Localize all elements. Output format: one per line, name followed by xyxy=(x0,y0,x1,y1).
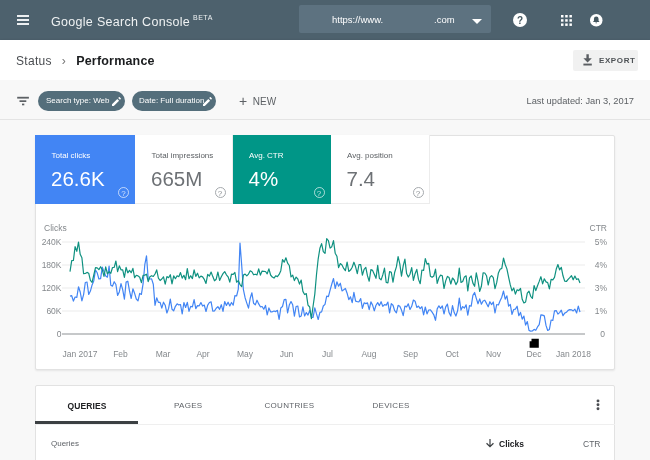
svg-text:Jun: Jun xyxy=(280,349,294,359)
svg-text:3%: 3% xyxy=(595,283,608,293)
svg-text:4%: 4% xyxy=(595,260,608,270)
svg-text:May: May xyxy=(237,349,254,359)
svg-text:Aug: Aug xyxy=(361,349,376,359)
svg-text:Jul: Jul xyxy=(322,349,333,359)
svg-text:CTR: CTR xyxy=(590,223,607,233)
svg-text:60K: 60K xyxy=(46,306,61,316)
svg-text:Clicks: Clicks xyxy=(44,223,67,233)
svg-text:Mar: Mar xyxy=(156,349,171,359)
svg-text:Oct: Oct xyxy=(445,349,459,359)
svg-text:5%: 5% xyxy=(595,237,608,247)
svg-text:Sep: Sep xyxy=(403,349,418,359)
svg-text:120K: 120K xyxy=(42,283,62,293)
svg-text:240K: 240K xyxy=(42,237,62,247)
svg-text:1%: 1% xyxy=(595,306,608,316)
svg-text:Feb: Feb xyxy=(113,349,128,359)
svg-text:Jan 2017: Jan 2017 xyxy=(63,349,98,359)
svg-text:0: 0 xyxy=(57,329,62,339)
svg-text:180K: 180K xyxy=(42,260,62,270)
svg-text:Dec: Dec xyxy=(526,349,542,359)
svg-text:Nov: Nov xyxy=(486,349,502,359)
svg-text:?: ? xyxy=(517,15,523,26)
svg-text:0: 0 xyxy=(600,329,605,339)
svg-text:Jan 2018: Jan 2018 xyxy=(556,349,591,359)
svg-text:Apr: Apr xyxy=(196,349,209,359)
